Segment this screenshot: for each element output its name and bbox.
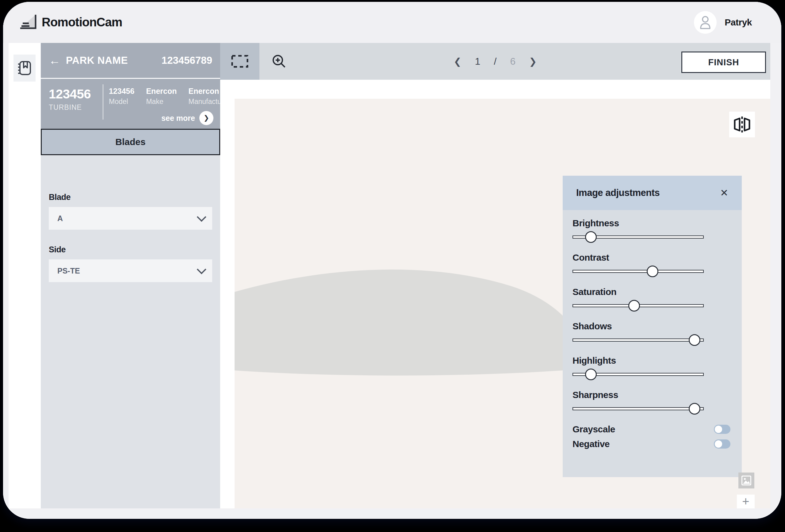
- logo-icon: [19, 14, 37, 31]
- shadows-label: Shadows: [573, 321, 742, 331]
- grayscale-toggle[interactable]: [714, 425, 730, 434]
- blade-field-label: Blade: [49, 193, 212, 202]
- toggle-knob: [715, 426, 722, 433]
- contrast-row: Contrast: [573, 252, 742, 278]
- image-canvas[interactable]: Image adjustments ✕ Brightness Contrast: [234, 99, 770, 508]
- highlights-label: Highlights: [573, 355, 742, 366]
- contrast-slider[interactable]: [573, 264, 704, 278]
- user-name: Patryk: [725, 17, 752, 28]
- negative-label: Negative: [573, 439, 610, 449]
- marquee-selection-icon: [231, 55, 248, 68]
- highlights-slider[interactable]: [573, 368, 704, 381]
- toggle-knob: [715, 440, 722, 448]
- side-dropdown[interactable]: PS-TE: [49, 259, 212, 282]
- slider-thumb[interactable]: [585, 369, 597, 380]
- blade-dropdown[interactable]: A: [49, 207, 212, 230]
- shadows-slider[interactable]: [573, 333, 704, 347]
- park-name: PARK NAME: [66, 55, 128, 66]
- attr-value: 123456: [109, 87, 134, 96]
- attr-model: 123456 Model: [109, 87, 134, 106]
- brand: RomotionCam: [19, 14, 122, 31]
- zoom-tool-button[interactable]: [259, 43, 299, 80]
- see-more-button[interactable]: see more ❯: [161, 111, 213, 125]
- sharpness-row: Sharpness: [573, 390, 742, 415]
- saturation-slider[interactable]: [573, 299, 704, 312]
- side-dropdown-value: PS-TE: [57, 267, 80, 275]
- person-icon: [699, 16, 711, 29]
- highlights-row: Highlights: [573, 355, 742, 381]
- chevron-down-icon: [197, 212, 206, 222]
- page-total: 6: [510, 56, 515, 67]
- slider-track[interactable]: [573, 407, 704, 410]
- close-icon[interactable]: ✕: [720, 187, 728, 199]
- contrast-label: Contrast: [573, 252, 742, 263]
- card-divider: [103, 84, 103, 120]
- selection-tool-button[interactable]: [220, 43, 259, 80]
- slider-thumb[interactable]: [628, 300, 640, 311]
- slider-track[interactable]: [573, 338, 704, 341]
- device-frame: RomotionCam Patryk: [3, 2, 781, 519]
- image-adjustments-panel: Image adjustments ✕ Brightness Contrast: [563, 176, 742, 477]
- app-title: RomotionCam: [42, 15, 122, 29]
- user-box[interactable]: Patryk: [694, 11, 752, 34]
- attr-label: Manufacturer: [188, 98, 230, 106]
- sidebar-body: Blade A Side PS-TE: [41, 155, 220, 282]
- main-area: ← PARK NAME 123456789 123456 TURBINE 123…: [8, 43, 770, 508]
- flip-horizontal-icon: [733, 115, 751, 134]
- attr-manufacturer: Enercon Manufacturer: [188, 87, 230, 106]
- turbine-card: 123456 TURBINE 123456 Model Enercon Make…: [41, 79, 220, 129]
- brightness-row: Brightness: [573, 218, 742, 244]
- slider-thumb[interactable]: [689, 403, 700, 414]
- image-thumbnail-button[interactable]: [738, 473, 754, 488]
- slider-thumb[interactable]: [585, 231, 597, 243]
- attr-value: Enercon: [146, 87, 177, 96]
- notebook-icon: [17, 60, 32, 76]
- back-arrow-icon[interactable]: ←: [49, 55, 60, 66]
- slider-thumb[interactable]: [647, 265, 658, 277]
- notebook-button[interactable]: [14, 55, 35, 81]
- avatar[interactable]: [694, 11, 717, 34]
- attr-label: Make: [146, 98, 177, 106]
- slider-track[interactable]: [573, 270, 704, 273]
- attr-label: Model: [109, 98, 134, 106]
- pagination: ❮ 1 / 6 ❯: [454, 56, 537, 67]
- grayscale-label: Grayscale: [573, 424, 615, 434]
- brightness-label: Brightness: [573, 218, 742, 228]
- turbine-summary: 123456 TURBINE: [49, 87, 101, 111]
- grayscale-row: Grayscale: [573, 424, 730, 434]
- turbine-type-label: TURBINE: [49, 103, 101, 111]
- panel-body: Brightness Contrast: [563, 210, 742, 449]
- page-separator: /: [494, 56, 497, 67]
- blade-dropdown-value: A: [57, 214, 63, 223]
- negative-row: Negative: [573, 439, 730, 449]
- saturation-label: Saturation: [573, 287, 742, 297]
- sharpness-slider[interactable]: [573, 402, 704, 415]
- saturation-row: Saturation: [573, 287, 742, 312]
- park-id: 123456789: [161, 55, 212, 66]
- panel-header: Image adjustments ✕: [563, 176, 742, 210]
- negative-toggle[interactable]: [714, 439, 730, 449]
- chevron-right-icon: ❯: [199, 111, 213, 125]
- side-field-label: Side: [49, 245, 212, 254]
- chevron-down-icon: [197, 264, 206, 274]
- tab-blades[interactable]: Blades: [41, 129, 220, 155]
- canvas-toolbar: ❮ 1 / 6 ❯ FINISH: [220, 43, 770, 80]
- sharpness-label: Sharpness: [573, 390, 742, 400]
- next-page-icon[interactable]: ❯: [529, 56, 537, 67]
- shadows-row: Shadows: [573, 321, 742, 347]
- attr-value: Enercon: [188, 87, 230, 96]
- turbine-id: 123456: [49, 87, 101, 101]
- panel-title: Image adjustments: [576, 187, 660, 198]
- flip-horizontal-button[interactable]: [729, 111, 755, 137]
- sidebar: ← PARK NAME 123456789 123456 TURBINE 123…: [41, 43, 220, 508]
- zoom-plus-button[interactable]: +: [737, 495, 755, 508]
- zoom-in-icon: [272, 54, 286, 69]
- finish-button[interactable]: FINISH: [681, 52, 766, 73]
- prev-page-icon[interactable]: ❮: [454, 56, 461, 67]
- sidebar-header: ← PARK NAME 123456789: [41, 43, 220, 79]
- slider-thumb[interactable]: [689, 334, 700, 346]
- brightness-slider[interactable]: [573, 230, 704, 244]
- page-current: 1: [475, 56, 481, 67]
- image-icon: [741, 475, 752, 486]
- top-bar: RomotionCam Patryk: [3, 2, 781, 43]
